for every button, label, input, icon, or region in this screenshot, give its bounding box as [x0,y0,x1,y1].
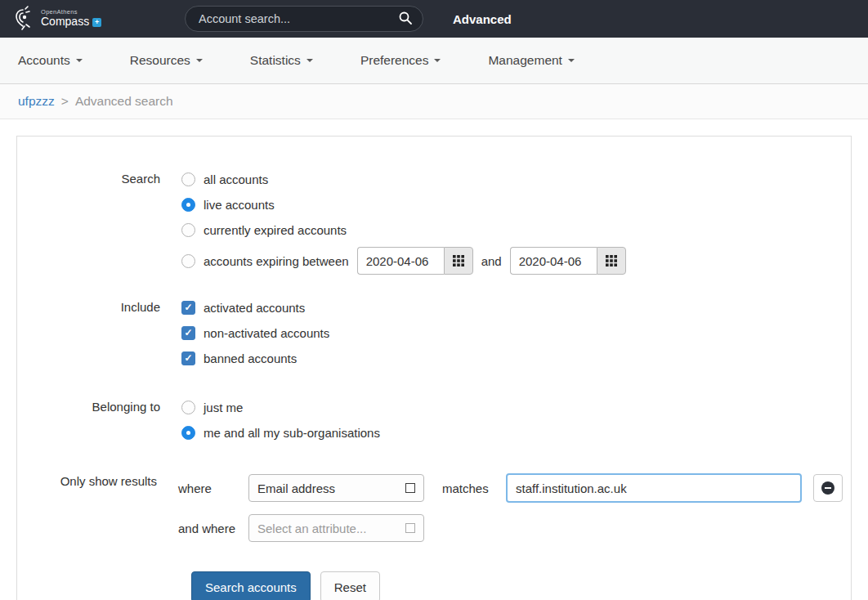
radio-live-accounts[interactable]: live accounts [181,196,626,213]
belonging-section-label: Belonging to [34,399,160,441]
search-section: Search all accounts live accounts curren… [34,171,851,275]
checkbox-activated-accounts[interactable]: activated accounts [181,299,329,316]
date-to-input[interactable] [510,247,597,275]
checkbox-checked-icon [181,326,195,340]
main-nav: Accounts Resources Statistics Preference… [0,38,868,84]
checkbox-non-activated-accounts[interactable]: non-activated accounts [181,325,329,341]
radio-icon [181,254,195,268]
radio-me-and-sub-organisations[interactable]: me and all my sub-organisations [181,424,380,441]
breadcrumb-org-link[interactable]: ufpzzz [18,94,55,109]
nav-statistics[interactable]: Statistics [250,53,313,68]
expiring-between-row: accounts expiring between [181,247,626,275]
chevron-down-icon [434,59,441,62]
attribute-select[interactable]: Email address [248,474,424,502]
radio-icon [181,223,195,237]
date-from-group [357,247,473,275]
between-and-label: and [481,254,502,268]
advanced-search-panel: Search all accounts live accounts curren… [16,136,852,600]
remove-filter-button[interactable] [813,474,843,502]
brand-text: OpenAthens Compass + [41,9,101,29]
search-section-label: Search [34,171,160,275]
select-square-icon [405,523,415,533]
radio-all-accounts[interactable]: all accounts [181,171,626,187]
brand-logo[interactable]: OpenAthens Compass + [11,5,185,34]
breadcrumb-current-page: Advanced search [75,94,173,109]
date-to-calendar-button[interactable] [597,247,626,275]
nav-resources[interactable]: Resources [130,53,203,68]
plus-badge-icon: + [92,18,101,27]
match-value-input[interactable] [506,473,802,503]
select-square-icon [405,483,415,493]
filters-section: Only show results where Email address ma… [34,473,851,542]
search-accounts-button[interactable]: Search accounts [191,571,311,600]
radio-selected-icon [181,426,195,440]
matches-label: matches [424,481,506,495]
nav-accounts[interactable]: Accounts [18,53,83,68]
radio-currently-expired-accounts[interactable]: currently expired accounts [181,222,626,238]
date-to-group [510,247,626,275]
chevron-down-icon [306,59,313,62]
where-label: where [178,481,248,495]
nav-preferences[interactable]: Preferences [360,53,441,68]
brand-main-label: Compass [41,16,89,28]
date-from-input[interactable] [357,247,444,275]
radio-icon [181,401,195,414]
reset-button[interactable]: Reset [320,571,380,600]
checkbox-banned-accounts[interactable]: banned accounts [181,350,329,366]
chevron-down-icon [568,59,575,62]
account-search[interactable] [185,6,423,32]
include-section-label: Include [34,299,160,366]
radio-just-me[interactable]: just me [181,399,380,415]
chevron-down-icon [76,59,83,62]
breadcrumb: ufpzzz > Advanced search [0,84,868,119]
search-icon[interactable] [398,11,413,28]
topbar: OpenAthens Compass + Advanced [0,0,868,38]
radio-icon [181,172,195,186]
chevron-down-icon [196,59,203,62]
calendar-icon [606,255,617,266]
radio-selected-icon [181,198,195,212]
checkbox-checked-icon [181,351,195,365]
attribute-select-empty[interactable]: Select an attribute... [248,514,424,542]
nav-management[interactable]: Management [488,53,574,68]
breadcrumb-separator: > [61,94,69,109]
calendar-icon [453,255,464,266]
date-from-calendar-button[interactable] [444,247,473,275]
and-where-label: and where [178,522,248,535]
filters-section-label: Only show results [34,473,157,542]
account-search-input[interactable] [199,12,398,25]
radio-accounts-expiring-between[interactable]: accounts expiring between [181,253,349,269]
belonging-section: Belonging to just me me and all my sub-o… [34,399,851,441]
checkbox-checked-icon [181,301,195,315]
minus-circle-icon [821,481,834,495]
openathens-logo-icon [11,5,34,34]
advanced-link[interactable]: Advanced [453,12,512,26]
form-actions: Search accounts Reset [34,571,851,600]
include-section: Include activated accounts non-activated… [34,299,851,366]
